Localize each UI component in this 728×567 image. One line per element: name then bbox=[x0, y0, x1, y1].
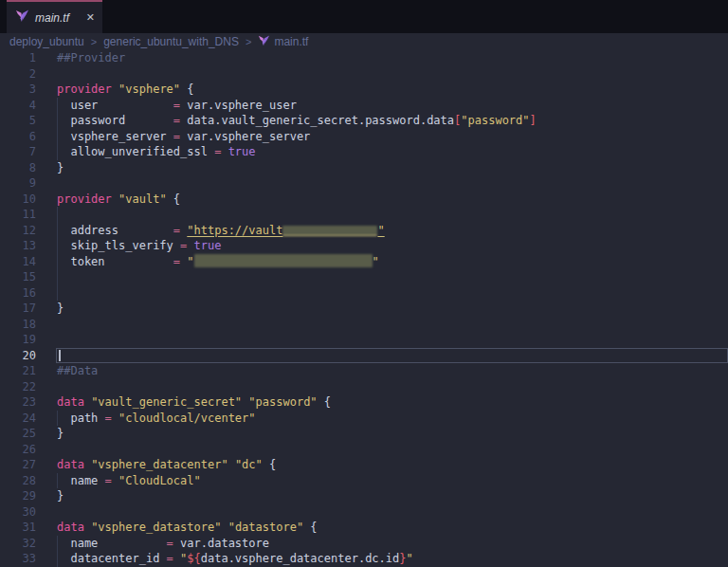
code-area[interactable]: 1##Provider23provider "vsphere" {4 user … bbox=[0, 50, 728, 567]
code-line[interactable]: 21##Data bbox=[0, 363, 728, 379]
line-number[interactable]: 29 bbox=[0, 488, 36, 504]
code-line[interactable]: 24 path = "cloudlocal/vcenter" bbox=[0, 411, 728, 427]
line-number[interactable]: 28 bbox=[0, 473, 36, 489]
code-line[interactable]: 22 bbox=[0, 379, 728, 395]
code-line[interactable]: 25} bbox=[0, 426, 728, 442]
code-line[interactable]: 11 bbox=[0, 207, 728, 223]
code-text: } bbox=[57, 160, 64, 176]
line-number[interactable]: 23 bbox=[0, 394, 36, 411]
code-line[interactable]: 7 allow_unverified_ssl = true bbox=[0, 144, 728, 160]
tab-label: main.tf bbox=[35, 11, 69, 25]
line-number[interactable]: 9 bbox=[0, 175, 36, 192]
terraform-icon bbox=[258, 35, 270, 49]
line-number[interactable]: 4 bbox=[0, 98, 36, 114]
line-number[interactable]: 32 bbox=[0, 536, 36, 552]
code-text: token = "" bbox=[57, 254, 379, 270]
code-line[interactable]: 29} bbox=[0, 488, 728, 504]
code-line[interactable]: 28 name = "CloudLocal" bbox=[0, 473, 728, 489]
code-text: data "vsphere_datacenter" "dc" { bbox=[57, 457, 276, 473]
code-line[interactable]: 14 token = "" bbox=[0, 254, 728, 270]
code-text: } bbox=[57, 426, 64, 442]
code-text: provider "vsphere" { bbox=[57, 82, 194, 98]
line-number[interactable]: 31 bbox=[0, 520, 36, 536]
line-number[interactable]: 17 bbox=[0, 301, 36, 317]
code-line[interactable]: 19 bbox=[0, 332, 728, 348]
code-line[interactable]: 16 bbox=[0, 285, 728, 302]
code-text: ##Data bbox=[57, 363, 98, 379]
code-text: } bbox=[57, 301, 64, 317]
line-number[interactable]: 6 bbox=[0, 129, 36, 145]
cursor-line-highlight bbox=[56, 348, 728, 364]
line-number[interactable]: 19 bbox=[0, 332, 36, 348]
code-line[interactable]: 12 address = "https://vault" bbox=[0, 223, 728, 239]
code-text: path = "cloudlocal/vcenter" bbox=[57, 411, 256, 427]
code-line[interactable]: 15 bbox=[0, 269, 728, 285]
code-text: password = data.vault_generic_secret.pas… bbox=[57, 113, 537, 129]
line-number[interactable]: 26 bbox=[0, 442, 36, 458]
code-line[interactable]: 4 user = var.vsphere_user bbox=[0, 98, 728, 114]
code-line[interactable]: 5 password = data.vault_generic_secret.p… bbox=[0, 113, 728, 129]
code-line[interactable]: 26 bbox=[0, 442, 728, 458]
code-text: allow_unverified_ssl = true bbox=[57, 144, 256, 160]
line-number[interactable]: 7 bbox=[0, 144, 36, 160]
code-text: provider "vault" { bbox=[57, 192, 180, 208]
code-line[interactable]: 10provider "vault" { bbox=[0, 192, 728, 208]
code-line[interactable]: 8} bbox=[0, 160, 728, 176]
tab-main-tf[interactable]: main.tf ✕ bbox=[7, 0, 102, 33]
line-number[interactable]: 24 bbox=[0, 411, 36, 427]
text-cursor bbox=[59, 350, 61, 361]
line-number[interactable]: 21 bbox=[0, 363, 36, 379]
line-number[interactable]: 5 bbox=[0, 113, 36, 129]
redacted-secret bbox=[282, 226, 377, 236]
breadcrumb-item-deploy-ubuntu[interactable]: deploy_ubuntu bbox=[9, 35, 84, 48]
code-line[interactable]: 17} bbox=[0, 301, 728, 317]
line-number[interactable]: 27 bbox=[0, 457, 36, 473]
code-line[interactable]: 1##Provider bbox=[0, 50, 728, 66]
terraform-icon bbox=[15, 9, 29, 27]
line-number[interactable]: 10 bbox=[0, 192, 36, 208]
indent-guide bbox=[57, 285, 58, 302]
code-line[interactable]: 27data "vsphere_datacenter" "dc" { bbox=[0, 457, 728, 473]
code-text: ##Provider bbox=[57, 50, 125, 66]
code-text: user = var.vsphere_user bbox=[57, 98, 297, 114]
chevron-right-icon: > bbox=[246, 36, 251, 47]
line-number[interactable]: 11 bbox=[0, 207, 36, 223]
code-text: address = "https://vault" bbox=[57, 223, 385, 239]
code-line[interactable]: 9 bbox=[0, 175, 728, 192]
indent-guide bbox=[57, 269, 58, 285]
line-number[interactable]: 22 bbox=[0, 379, 36, 395]
close-icon[interactable]: ✕ bbox=[86, 12, 95, 23]
line-number[interactable]: 25 bbox=[0, 426, 36, 442]
line-number[interactable]: 18 bbox=[0, 317, 36, 333]
breadcrumb-item-main-tf[interactable]: main.tf bbox=[258, 35, 308, 49]
code-line[interactable]: 33 datacenter_id = "${data.vsphere_datac… bbox=[0, 551, 728, 567]
line-number[interactable]: 30 bbox=[0, 504, 36, 521]
code-line[interactable]: 3provider "vsphere" { bbox=[0, 82, 728, 98]
line-number[interactable]: 3 bbox=[0, 82, 36, 98]
line-number[interactable]: 15 bbox=[0, 269, 36, 285]
code-text: data "vault_generic_secret" "password" { bbox=[57, 394, 331, 411]
code-line[interactable]: 13 skip_tls_verify = true bbox=[0, 238, 728, 254]
line-number[interactable]: 1 bbox=[0, 50, 36, 66]
code-line[interactable]: 6 vsphere_server = var.vsphere_server bbox=[0, 129, 728, 145]
code-line[interactable]: 31data "vsphere_datastore" "datastore" { bbox=[0, 520, 728, 536]
code-line[interactable]: 20 bbox=[0, 348, 728, 364]
breadcrumb: deploy_ubuntu > generic_ubuntu_with_DNS … bbox=[0, 33, 728, 50]
line-number[interactable]: 8 bbox=[0, 160, 36, 176]
redacted-secret bbox=[194, 254, 373, 267]
line-number[interactable]: 2 bbox=[0, 66, 36, 82]
code-line[interactable]: 32 name = var.datastore bbox=[0, 536, 728, 552]
line-number[interactable]: 16 bbox=[0, 285, 36, 302]
line-number[interactable]: 12 bbox=[0, 223, 36, 239]
code-line[interactable]: 18 bbox=[0, 317, 728, 333]
code-line[interactable]: 30 bbox=[0, 504, 728, 521]
code-line[interactable]: 23data "vault_generic_secret" "password"… bbox=[0, 394, 728, 411]
line-number[interactable]: 20 bbox=[0, 348, 36, 364]
code-text: vsphere_server = var.vsphere_server bbox=[57, 129, 310, 145]
line-number[interactable]: 33 bbox=[0, 551, 36, 567]
line-number[interactable]: 13 bbox=[0, 238, 36, 254]
line-number[interactable]: 14 bbox=[0, 254, 36, 270]
code-text: name = "CloudLocal" bbox=[57, 473, 201, 489]
code-line[interactable]: 2 bbox=[0, 66, 728, 82]
breadcrumb-item-generic-ubuntu-with-dns[interactable]: generic_ubuntu_with_DNS bbox=[103, 35, 239, 48]
